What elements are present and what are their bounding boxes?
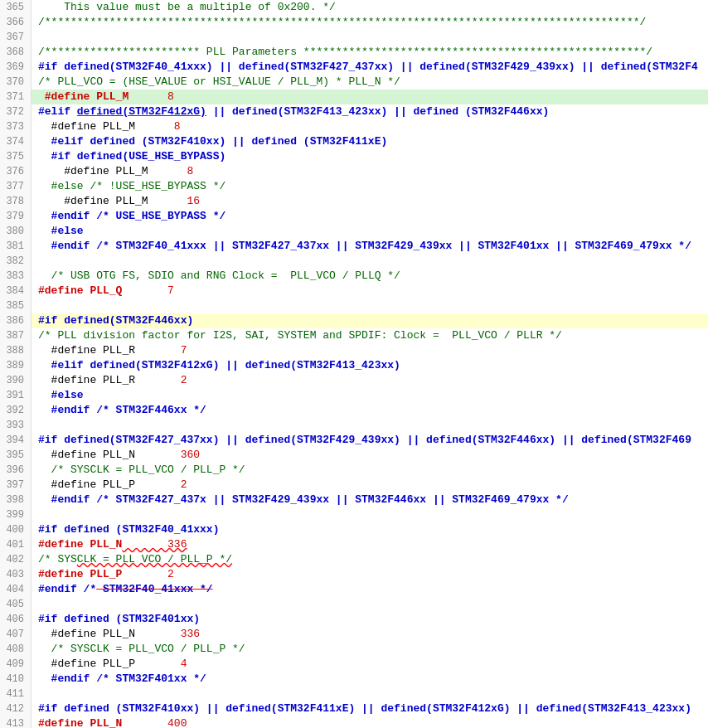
line-number: 378 (0, 194, 32, 209)
table-row: 378 #define PLL_M 16 (0, 194, 708, 209)
code-token: /* SYS (38, 553, 77, 565)
code-token: = PLL_VCO / PLLQ */ (264, 269, 400, 282)
table-row: 399 (0, 507, 708, 522)
line-content: #define PLL_P 4 (32, 657, 708, 672)
line-number: 390 (0, 373, 32, 388)
code-token: #else /* !USE_HSE_BYPASS */ (38, 180, 225, 192)
line-number: 376 (0, 164, 32, 179)
line-content: #else (32, 388, 708, 403)
line-content: #define PLL_N 400 (32, 716, 708, 728)
table-row: 391 #else (0, 388, 708, 403)
table-row: 366/************************************… (0, 15, 708, 30)
table-row: 369#if defined(STM32F40_41xxx) || define… (0, 60, 708, 75)
code-token: #define PLL_R (38, 344, 135, 357)
code-token: Clock (232, 269, 264, 282)
code-token: #define PLL_N (38, 449, 135, 461)
line-number: 409 (0, 657, 32, 672)
line-content: #if defined (STM32F401xx) (32, 612, 708, 627)
code-token: /* PLL division factor for I2S, SAI, SYS… (38, 329, 562, 342)
line-content: #define PLL_M 16 (32, 194, 708, 209)
table-row: 373 #define PLL_M 8 (0, 119, 708, 134)
code-token: #elif defined(STM32F412xG) || defined(ST… (38, 359, 400, 371)
code-token: #endif /* STM32F401xx */ (38, 672, 206, 685)
line-number: 372 (0, 104, 32, 119)
code-token: #define PLL_M (38, 90, 129, 103)
table-row: 383 /* USB OTG FS, SDIO and RNG Clock = … (0, 269, 708, 284)
code-token: #if defined(STM32F40_41xxx) || defined(S… (38, 61, 698, 73)
code-token: 8 (129, 90, 174, 103)
code-token: #endif /* STM32F446xx */ (38, 404, 206, 416)
line-number: 375 (0, 149, 32, 164)
line-content: #if defined (STM32F410xx) || defined(STM… (32, 701, 708, 716)
code-token: #define PLL_P (38, 568, 122, 580)
line-number: 381 (0, 239, 32, 254)
code-token: #else (38, 225, 84, 237)
line-content: #endif /* STM32F446xx */ (32, 403, 708, 418)
code-token: #endif /* STM32F427_437x || STM32F429_43… (38, 493, 569, 506)
code-token: #endif /* (38, 583, 96, 595)
table-row: 394#if defined(STM32F427_437xx) || defin… (0, 433, 708, 448)
code-token: #define PLL_R (38, 374, 135, 386)
code-token: #elif defined (STM32F410xx) || defined (… (38, 135, 387, 148)
line-number: 397 (0, 478, 32, 493)
line-number: 382 (0, 254, 32, 269)
line-content: #endif /* STM32F401xx */ (32, 672, 708, 687)
line-content (32, 507, 708, 522)
line-content (32, 597, 708, 612)
table-row: 385 (0, 298, 708, 313)
line-number: 396 (0, 463, 32, 478)
line-content: #endif /* STM32F40_41xxx || STM32F427_43… (32, 239, 708, 254)
line-content: #define PLL_N 336 (32, 537, 708, 552)
code-token: /* PLL_VCO = (HSE_VALUE or HSI_VALUE / P… (38, 75, 400, 88)
table-row: 412#if defined (STM32F410xx) || defined(… (0, 701, 708, 716)
code-token: 336 (135, 628, 200, 640)
table-row: 382 (0, 254, 708, 269)
line-content: /* USB OTG FS, SDIO and RNG Clock = PLL_… (32, 269, 708, 284)
table-row: 384#define PLL_Q 7 (0, 284, 708, 298)
table-row: 402/* SYSCLK = PLL VCO / PLL_P */ (0, 552, 708, 567)
code-token: 16 (148, 195, 200, 207)
code-token: STM32F40_41xxx */ (96, 583, 212, 595)
line-content: /************************ PLL Parameters… (32, 45, 708, 60)
line-number: 411 (0, 687, 32, 701)
line-content: #define PLL_M 8 (32, 90, 708, 104)
code-token: 2 (135, 374, 187, 386)
line-number: 387 (0, 328, 32, 343)
line-number: 402 (0, 552, 32, 567)
table-row: 397 #define PLL_P 2 (0, 478, 708, 493)
line-content: #elif defined(STM32F412xG) || defined(ST… (32, 104, 708, 119)
line-number: 405 (0, 597, 32, 612)
line-number: 406 (0, 612, 32, 627)
line-content: #else (32, 224, 708, 239)
line-content (32, 298, 708, 313)
line-number: 391 (0, 388, 32, 403)
line-content: This value must be a multiple of 0x200. … (32, 0, 708, 15)
code-token: #define PLL_Q (38, 284, 122, 297)
code-token: 8 (135, 120, 181, 133)
line-content: #define PLL_M 8 (32, 164, 708, 179)
line-content: #else /* !USE_HSE_BYPASS */ (32, 179, 708, 194)
line-number: 369 (0, 60, 32, 75)
line-content: #define PLL_R 2 (32, 373, 708, 388)
table-row: 388 #define PLL_R 7 (0, 343, 708, 358)
line-number: 404 (0, 582, 32, 597)
table-row: 406#if defined (STM32F401xx) (0, 612, 708, 627)
code-token: /* SYSCLK = PLL_VCO / PLL_P */ (38, 463, 245, 476)
line-content: /* SYSCLK = PLL_VCO / PLL_P */ (32, 642, 708, 657)
table-row: 408 /* SYSCLK = PLL_VCO / PLL_P */ (0, 642, 708, 657)
code-token: #define PLL_N (38, 628, 135, 640)
line-content: #define PLL_P 2 (32, 478, 708, 493)
line-number: 398 (0, 493, 32, 507)
line-number: 367 (0, 30, 32, 45)
line-content: #if defined(STM32F427_437xx) || defined(… (32, 433, 708, 448)
line-number: 370 (0, 75, 32, 90)
table-row: 400#if defined (STM32F40_41xxx) (0, 522, 708, 537)
code-token: 400 (122, 717, 187, 728)
line-content: #if defined(STM32F446xx) (32, 313, 708, 328)
code-token: #if defined (STM32F410xx) || defined(STM… (38, 702, 691, 715)
code-token: #elif (38, 105, 77, 118)
code-token: #define PLL_M (38, 195, 148, 207)
table-row: 380 #else (0, 224, 708, 239)
code-token: /************************ PLL Parameters… (38, 46, 652, 58)
line-content: #if defined(STM32F40_41xxx) || defined(S… (32, 60, 708, 75)
